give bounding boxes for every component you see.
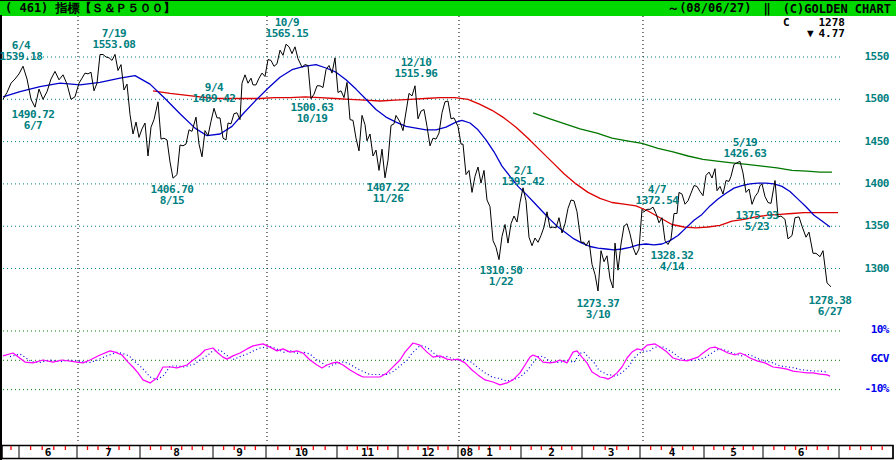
percent-axis-label: GCV [846, 353, 889, 365]
swing-annotation: 1407.2211/26 [367, 183, 410, 204]
month-label: 3 [608, 446, 615, 459]
swing-annotation: 1328.324/14 [651, 251, 694, 272]
chart-left-border [0, 15, 2, 460]
swing-annotation: 10/91565.15 [266, 18, 309, 39]
month-label: 12 [421, 446, 434, 459]
swing-annotation: 1500.6310/19 [291, 103, 334, 124]
percent-axis-label: 10% [846, 324, 889, 336]
swing-annotation: 5/191426.63 [724, 138, 767, 159]
swing-annotation: 12/101515.96 [395, 58, 438, 79]
swing-annotation: 1273.373/10 [577, 299, 620, 320]
swing-annotation: 1490.726/7 [12, 110, 55, 131]
month-label: 9 [236, 446, 243, 459]
swing-annotation: 1278.386/27 [809, 296, 852, 317]
swing-annotation: 2/11395.42 [502, 166, 545, 187]
golden-chart-window: ( 461) 指標【Ｓ＆Ｐ５００】 ～(08/06/27) ‖ (C)GOLDE… [0, 0, 896, 460]
month-label: 6 [45, 446, 52, 459]
down-triangle-icon: ▼ [807, 28, 814, 39]
quote-block: C 1278 ▼ 4.77 [783, 17, 845, 39]
swing-annotation: 1310.501/22 [480, 266, 523, 287]
month-label: 11 [361, 446, 374, 459]
month-label: 2 [548, 446, 555, 459]
month-label: 6 [798, 446, 805, 459]
month-label: 7 [105, 446, 112, 459]
price-axis-label: 1350 [846, 220, 889, 232]
swing-annotation: 1406.708/15 [151, 185, 194, 206]
swing-annotation: 7/191553.08 [93, 29, 136, 50]
swing-annotation: 4/71372.54 [636, 185, 679, 206]
month-label: 10 [295, 446, 308, 459]
swing-annotation: 6/41539.18 [0, 41, 42, 62]
price-axis-label: 1300 [846, 263, 889, 275]
price-axis-label: 1500 [846, 93, 889, 105]
close-label: C [783, 17, 790, 28]
price-axis-label: 1550 [846, 51, 889, 63]
swing-annotation: 1375.935/23 [736, 211, 779, 232]
month-label: 4 [669, 446, 676, 459]
change-value: 4.77 [819, 28, 846, 39]
year-label: 08 [460, 446, 473, 459]
month-label: 8 [173, 446, 180, 459]
month-label: 5 [730, 446, 737, 459]
price-axis-label: 1400 [846, 178, 889, 190]
price-axis-label: 1450 [846, 136, 889, 148]
month-label: 1 [486, 446, 493, 459]
swing-annotation: 9/41489.42 [193, 83, 236, 104]
percent-axis-label: -10% [846, 383, 889, 395]
